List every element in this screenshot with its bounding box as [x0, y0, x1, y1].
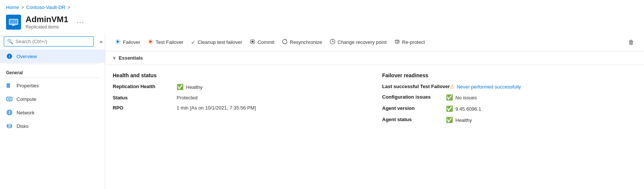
sidebar-item-properties[interactable]: Properties [0, 79, 105, 92]
svg-rect-7 [7, 83, 8, 88]
delete-button[interactable]: 🗑 [624, 37, 638, 48]
overview-icon: i [6, 53, 13, 60]
vm-icon [6, 15, 21, 30]
sidebar-item-compute-label: Compute [17, 96, 36, 102]
page-header: AdminVM1 Replicated items ··· [0, 12, 644, 33]
sidebar-divider [6, 64, 99, 64]
resynchronize-label: Resynchronize [290, 39, 322, 45]
page-title: AdminVM1 [26, 15, 68, 24]
svg-rect-11 [8, 98, 11, 100]
config-issues-value: ✅ No issues [446, 94, 477, 101]
cleanup-label: Cleanup test failover [198, 39, 242, 45]
sidebar-item-overview[interactable]: i Overview [0, 50, 105, 63]
page-subtitle: Replicated items [26, 24, 68, 30]
header-text: AdminVM1 Replicated items [26, 15, 68, 30]
change-recovery-point-button[interactable]: Change recovery point [326, 36, 390, 48]
rpo-row: RPO 1 min [As on 10/1/2021, 7:35:56 PM] [113, 105, 367, 111]
agent-status-label: Agent status [382, 117, 446, 122]
svg-point-18 [7, 124, 12, 126]
status-row: Status Protected [113, 95, 367, 100]
sidebar-general-label: General [0, 65, 105, 77]
sidebar-divider2 [6, 78, 99, 78]
failover-title: Failover readiness [382, 72, 636, 78]
svg-rect-9 [9, 83, 10, 88]
search-bar[interactable]: 🔍 [4, 36, 94, 46]
re-protect-button[interactable]: Re-protect [390, 36, 429, 48]
svg-text:i: i [9, 54, 10, 58]
status-label: Status [113, 95, 177, 100]
essentials-header[interactable]: ∨ Essentials [105, 51, 644, 65]
re-protect-label: Re-protect [402, 39, 425, 45]
last-test-failover-row: Last successful Test Failover ⚠ Never pe… [382, 84, 636, 90]
sidebar: 🔍 « i Overview General Properties Comput… [0, 33, 105, 189]
failover-button[interactable]: Failover [111, 36, 144, 48]
test-failover-label: Test Failover [156, 39, 183, 45]
cleanup-test-failover-button[interactable]: ✓ Cleanup test failover [187, 37, 246, 48]
more-options-button[interactable]: ··· [74, 18, 87, 27]
change-recovery-point-label: Change recovery point [337, 39, 387, 45]
essentials-body: Health and status Replication Health ✅ H… [105, 65, 644, 189]
health-title: Health and status [113, 72, 367, 78]
failover-readiness-col: Failover readiness Last successful Test … [382, 72, 636, 185]
replication-health-row: Replication Health ✅ Healthy [113, 84, 367, 90]
test-failover-icon [148, 39, 154, 46]
svg-rect-1 [10, 20, 18, 24]
breadcrumb-vault[interactable]: Contoso-Vault-DR [26, 4, 66, 10]
test-failover-button[interactable]: Test Failover [144, 36, 187, 48]
warning-icon: ⚠ [450, 84, 455, 90]
svg-rect-2 [12, 25, 14, 26]
svg-rect-12 [9, 101, 10, 101]
sidebar-item-properties-label: Properties [17, 83, 39, 88]
collapse-sidebar-button[interactable]: « [97, 38, 105, 45]
healthy-check-icon: ✅ [177, 84, 184, 90]
disks-icon [6, 123, 13, 129]
no-issues-check-icon: ✅ [446, 94, 453, 101]
resync-icon [282, 39, 288, 46]
delete-icon: 🗑 [628, 39, 634, 46]
commit-icon [249, 39, 255, 46]
essentials-title: Essentials [119, 55, 143, 61]
reprotect-icon [394, 39, 400, 46]
agent-status-check-icon: ✅ [446, 117, 453, 123]
failover-label: Failover [123, 39, 140, 45]
replication-health-label: Replication Health [113, 84, 177, 89]
sidebar-item-disks[interactable]: Disks [0, 119, 105, 133]
rpo-label: RPO [113, 105, 177, 111]
config-issues-row: Configuration issues ✅ No issues [382, 94, 636, 101]
properties-icon [6, 82, 13, 89]
failover-icon [115, 39, 121, 46]
main-layout: 🔍 « i Overview General Properties Comput… [0, 33, 644, 189]
breadcrumb-sep1: > [21, 5, 24, 10]
agent-status-value: ✅ Healthy [446, 117, 472, 123]
rpo-value: 1 min [As on 10/1/2021, 7:35:56 PM] [177, 105, 256, 111]
content-area: Failover Test Failover ✓ Cleanup test fa… [105, 33, 644, 189]
recovery-icon [330, 39, 336, 46]
chevron-down-icon: ∨ [113, 56, 116, 60]
health-status-col: Health and status Replication Health ✅ H… [113, 72, 367, 185]
agent-status-row: Agent status ✅ Healthy [382, 117, 636, 123]
breadcrumb: Home > Contoso-Vault-DR > [0, 0, 644, 12]
last-test-failover-label: Last successful Test Failover [382, 84, 450, 89]
resynchronize-button[interactable]: Resynchronize [278, 36, 326, 48]
sidebar-item-compute[interactable]: Compute [0, 92, 105, 106]
commit-label: Commit [257, 39, 274, 45]
check-mark-icon: ✓ [191, 39, 196, 46]
svg-rect-8 [8, 83, 9, 88]
svg-point-23 [251, 40, 254, 43]
breadcrumb-sep2: > [68, 5, 70, 10]
compute-icon [6, 96, 13, 102]
agent-version-value: ✅ 9.45.6096.1 [446, 105, 481, 112]
search-input[interactable] [15, 39, 90, 44]
replication-health-value: ✅ Healthy [177, 84, 203, 90]
breadcrumb-home[interactable]: Home [6, 4, 19, 10]
config-issues-label: Configuration issues [382, 94, 446, 100]
commit-button[interactable]: Commit [246, 36, 278, 48]
sidebar-item-network-label: Network [17, 110, 35, 116]
status-value: Protected [177, 95, 198, 100]
agent-version-row: Agent version ✅ 9.45.6096.1 [382, 105, 636, 112]
sidebar-item-network[interactable]: Network [0, 106, 105, 119]
svg-point-4 [15, 20, 16, 21]
search-icon: 🔍 [7, 39, 13, 44]
sidebar-item-overview-label: Overview [17, 54, 37, 59]
last-test-failover-value[interactable]: ⚠ Never performed successfully [450, 84, 521, 90]
